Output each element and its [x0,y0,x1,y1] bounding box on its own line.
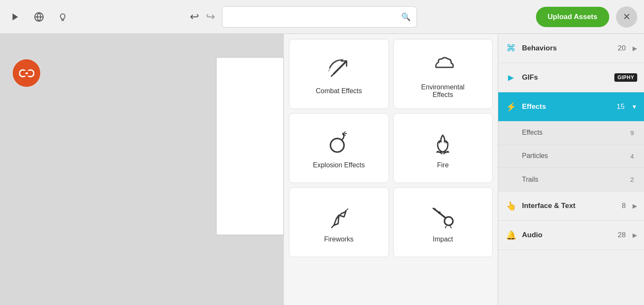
interface-icon: 👆 [505,201,517,211]
left-panel [0,34,284,305]
gifs-section: ▶ GIFs GIPHY [498,63,644,92]
effects-sub-effects[interactable]: Effects 9 [498,121,644,144]
interface-text-label: Interface & Text [522,202,617,210]
search-area: ↩ ↪ 🔍 [190,6,417,28]
behaviors-icon: ⌘ [505,43,517,54]
fireworks-card[interactable]: Fireworks [289,187,389,257]
combat-effects-card[interactable]: Combat Effects [289,39,389,109]
behaviors-section: ⌘ Behaviors 20 ▶ [498,34,644,63]
sub-trails-count: 2 [630,176,634,183]
close-button[interactable]: ✕ [616,6,637,28]
audio-icon: 🔔 [505,230,517,240]
effects-icon: ⚡ [505,102,517,112]
upload-assets-button[interactable]: Upload Assets [536,7,609,27]
svg-line-20 [347,209,348,210]
play-button[interactable] [7,8,24,25]
topbar: ↩ ↪ 🔍 Upload Assets ✕ [0,0,644,34]
search-icon: 🔍 [401,12,411,22]
svg-marker-0 [13,13,18,20]
svg-line-7 [334,62,346,74]
canvas-area [216,57,284,235]
search-input[interactable] [228,13,397,21]
combat-effects-label: Combat Effects [316,87,362,95]
audio-arrow: ▶ [633,232,637,238]
sub-particles-label: Particles [522,152,630,160]
effects-sub-trails[interactable]: Trails 2 [498,168,644,191]
behaviors-label: Behaviors [522,44,613,53]
gifs-item[interactable]: ▶ GIFs GIPHY [498,63,644,92]
sub-effects-count: 9 [630,129,634,136]
fire-card[interactable]: Fire [393,113,493,183]
interface-text-arrow: ▶ [633,202,637,209]
svg-point-23 [434,208,436,210]
behaviors-arrow: ▶ [633,45,637,52]
effects-label: Effects [522,103,611,111]
impact-card[interactable]: Impact [393,187,493,257]
center-grid: Combat Effects EnvironmentalEffects Ex [284,34,498,305]
explosion-effects-card[interactable]: Explosion Effects [289,113,389,183]
svg-point-11 [330,139,344,152]
interface-text-item[interactable]: 👆 Interface & Text 8 ▶ [498,191,644,220]
fire-label: Fire [437,161,449,169]
search-box: 🔍 [222,6,417,28]
sub-trails-label: Trails [522,176,630,183]
audio-item[interactable]: 🔔 Audio 28 ▶ [498,221,644,250]
effects-section: ⚡ Effects 15 ▼ Effects 9 Particles 4 Tra… [498,92,644,191]
effects-item[interactable]: ⚡ Effects 15 ▼ [498,92,644,121]
behaviors-item[interactable]: ⌘ Behaviors 20 ▶ [498,34,644,63]
undo-button[interactable]: ↩ [190,10,199,23]
environmental-effects-label: EnvironmentalEffects [421,83,464,99]
redo-button[interactable]: ↪ [206,10,215,23]
main-content: Combat Effects EnvironmentalEffects Ex [0,34,644,305]
svg-line-14 [345,133,347,134]
behaviors-count: 20 [618,44,626,53]
svg-line-8 [331,73,335,76]
environmental-effects-card[interactable]: EnvironmentalEffects [393,39,493,109]
audio-label: Audio [522,231,613,239]
right-sidebar: ⌘ Behaviors 20 ▶ ▶ GIFs GIPHY ⚡ Effects … [498,34,644,305]
logo [13,59,40,87]
fireworks-label: Fireworks [324,236,353,243]
explosion-effects-label: Explosion Effects [313,161,365,169]
effects-sub-particles[interactable]: Particles 4 [498,144,644,168]
bulb-button[interactable] [54,8,71,25]
impact-label: Impact [433,236,453,243]
audio-section: 🔔 Audio 28 ▶ [498,221,644,250]
interface-text-section: 👆 Interface & Text 8 ▶ [498,191,644,221]
audio-count: 28 [618,231,626,239]
svg-line-24 [445,226,446,228]
gifs-icon: ▶ [505,73,517,82]
svg-line-13 [344,132,345,133]
giphy-badge: GIPHY [614,73,637,82]
interface-text-count: 8 [622,202,626,210]
svg-line-25 [450,226,451,228]
effects-arrow: ▼ [631,103,637,110]
effects-count: 15 [616,103,625,111]
gifs-label: GIFs [522,73,609,82]
sub-effects-label: Effects [522,129,630,136]
svg-point-22 [438,211,441,214]
globe-button[interactable] [31,8,47,25]
sub-particles-count: 4 [630,152,634,160]
